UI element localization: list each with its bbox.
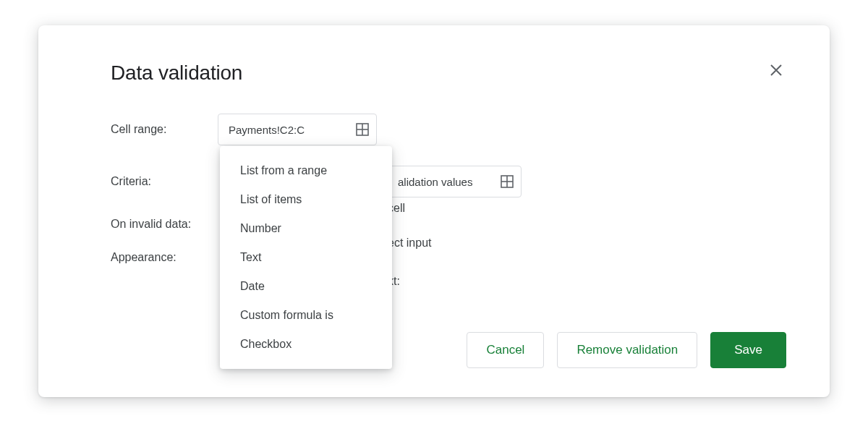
close-button[interactable]: [766, 61, 786, 82]
on-invalid-row: On invalid data:: [111, 218, 786, 231]
remove-validation-button[interactable]: Remove validation: [557, 332, 697, 368]
dropdown-item-list-of-items[interactable]: List of items: [220, 185, 392, 214]
cell-range-input[interactable]: Payments!C2:C: [218, 114, 377, 145]
dropdown-item-custom-formula[interactable]: Custom formula is: [220, 301, 392, 330]
criteria-row: Criteria: alidation values: [111, 166, 786, 197]
cell-range-row: Cell range: Payments!C2:C: [111, 114, 786, 145]
criteria-values-input[interactable]: alidation values: [387, 166, 522, 197]
grid-icon[interactable]: [501, 175, 514, 188]
dropdown-item-text[interactable]: Text: [220, 243, 392, 272]
cell-range-value: Payments!C2:C: [229, 124, 305, 136]
cancel-button[interactable]: Cancel: [467, 332, 544, 368]
cell-range-label: Cell range:: [111, 123, 218, 136]
criteria-dropdown: List from a range List of items Number T…: [220, 146, 392, 369]
dropdown-item-number[interactable]: Number: [220, 214, 392, 243]
criteria-label: Criteria:: [111, 175, 218, 188]
grid-icon[interactable]: [356, 123, 369, 136]
close-icon: [770, 64, 783, 80]
dialog-actions: Cancel Remove validation Save: [467, 332, 786, 368]
appearance-label: Appearance:: [111, 251, 218, 264]
dropdown-item-list-from-range[interactable]: List from a range: [220, 156, 392, 185]
save-button[interactable]: Save: [710, 332, 786, 368]
criteria-values-text: alidation values: [398, 176, 472, 188]
dropdown-item-date[interactable]: Date: [220, 272, 392, 301]
appearance-row: Appearance:: [111, 251, 786, 264]
dropdown-item-checkbox[interactable]: Checkbox: [220, 330, 392, 359]
on-invalid-label: On invalid data:: [111, 218, 218, 231]
data-validation-dialog: Data validation Cell range: Payments!C2:…: [38, 25, 830, 397]
reject-input-fragment: ect input: [388, 237, 431, 250]
dialog-title: Data validation: [111, 61, 786, 85]
